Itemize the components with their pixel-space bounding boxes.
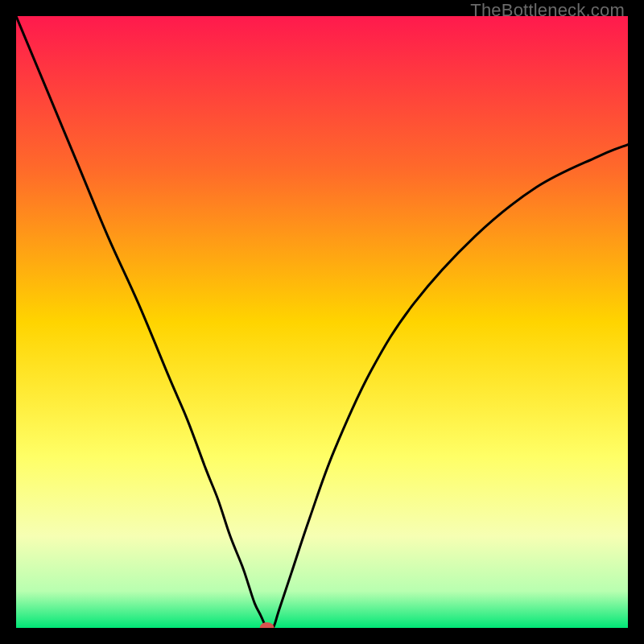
chart-svg bbox=[16, 16, 628, 628]
chart-plot-area bbox=[16, 16, 628, 628]
chart-background bbox=[16, 16, 628, 628]
watermark-text: TheBottleneck.com bbox=[470, 0, 625, 21]
